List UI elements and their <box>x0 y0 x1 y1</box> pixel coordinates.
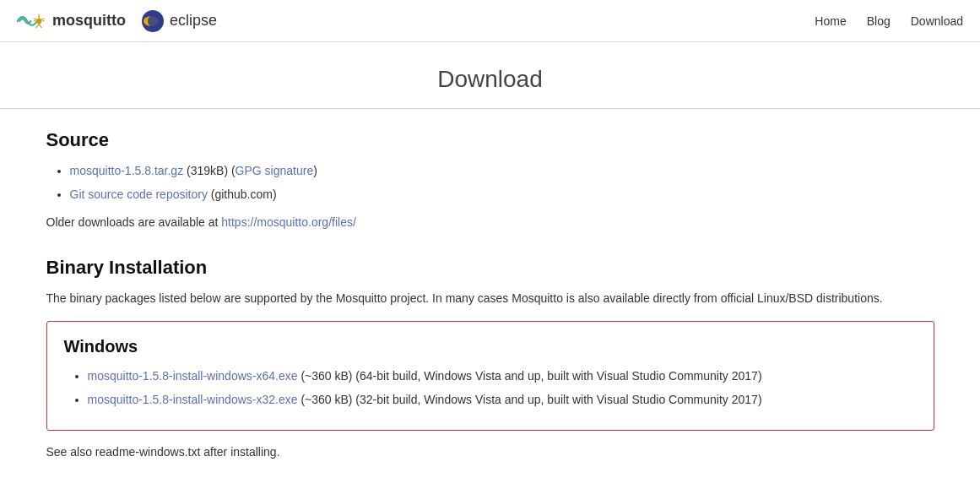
svg-point-0 <box>36 18 42 24</box>
older-text: Older downloads are available at <box>46 215 222 229</box>
mosquitto-logo[interactable]: mosquitto <box>17 9 126 33</box>
nav-links: Home Blog Download <box>815 14 963 28</box>
windows-x32-link[interactable]: mosquitto-1.5.8-install-windows-x32.exe <box>88 393 298 406</box>
content: Source mosquitto-1.5.8.tar.gz (319kB) (G… <box>26 109 955 489</box>
nav-blog[interactable]: Blog <box>867 14 891 28</box>
gpg-close: ) <box>313 164 317 177</box>
see-also: See also readme-windows.txt after instal… <box>46 443 934 461</box>
page-title: Download <box>0 66 980 93</box>
eclipse-logo-text: eclipse <box>170 12 217 30</box>
svg-line-3 <box>39 24 41 28</box>
older-downloads: Older downloads are available at https:/… <box>46 213 934 233</box>
tar-gz-link[interactable]: mosquitto-1.5.8.tar.gz <box>70 164 184 177</box>
eclipse-logo[interactable]: eclipse <box>141 9 217 33</box>
windows-x64-link[interactable]: mosquitto-1.5.8-install-windows-x64.exe <box>88 369 298 383</box>
windows-x64-suffix: (~360 kB) (64-bit build, Windows Vista a… <box>300 369 761 383</box>
list-item: Git source code repository (github.com) <box>70 185 934 204</box>
svg-point-10 <box>148 14 161 28</box>
tar-gz-size: (319kB) ( <box>187 164 236 177</box>
svg-line-2 <box>36 24 39 28</box>
git-repo-link[interactable]: Git source code repository <box>70 187 208 201</box>
nav-download[interactable]: Download <box>911 14 963 28</box>
binary-description: The binary packages listed below are sup… <box>46 289 934 307</box>
list-item: mosquitto-1.5.8-install-windows-x64.exe … <box>88 367 917 385</box>
navbar: mosquitto eclipse Home Blog Download <box>0 0 980 42</box>
list-item: mosquitto-1.5.8.tar.gz (319kB) (GPG sign… <box>70 161 934 180</box>
windows-heading: Windows <box>64 337 917 356</box>
nav-logos: mosquitto eclipse <box>17 9 815 33</box>
windows-list: mosquitto-1.5.8-install-windows-x64.exe … <box>64 367 917 410</box>
source-heading: Source <box>46 129 934 151</box>
source-section: Source mosquitto-1.5.8.tar.gz (319kB) (G… <box>46 129 934 233</box>
binary-heading: Binary Installation <box>46 257 934 279</box>
eclipse-icon <box>141 9 165 33</box>
gpg-signature-link[interactable]: GPG signature <box>236 164 314 177</box>
mosquitto-logo-text: mosquitto <box>52 12 126 30</box>
list-item: mosquitto-1.5.8-install-windows-x32.exe … <box>88 390 917 409</box>
windows-box: Windows mosquitto-1.5.8-install-windows-… <box>46 321 934 431</box>
page-title-bar: Download <box>0 42 980 109</box>
git-suffix: (github.com) <box>211 187 277 201</box>
mosquitto-icon <box>17 9 47 33</box>
binary-section: Binary Installation The binary packages … <box>46 257 934 462</box>
windows-x32-suffix: (~360 kB) (32-bit build, Windows Vista a… <box>300 393 761 406</box>
nav-home[interactable]: Home <box>815 14 846 28</box>
older-link[interactable]: https://mosquitto.org/files/ <box>221 215 356 229</box>
source-list: mosquitto-1.5.8.tar.gz (319kB) (GPG sign… <box>46 161 934 204</box>
